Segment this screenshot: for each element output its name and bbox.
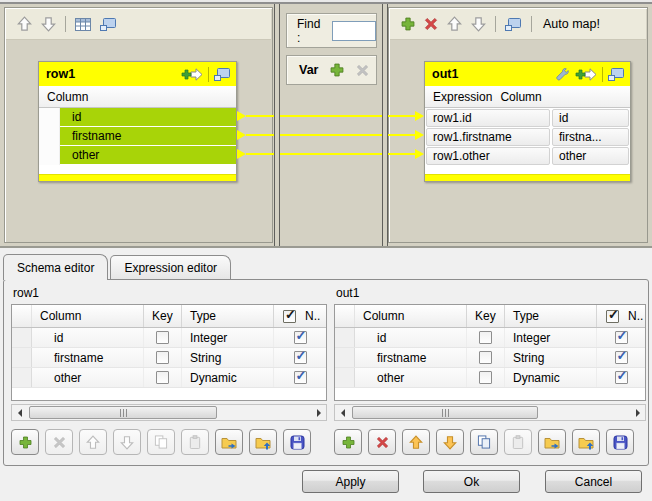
row-handle[interactable] — [335, 328, 355, 347]
input-row-label[interactable]: other — [60, 146, 236, 164]
input-row-label[interactable]: id — [60, 108, 236, 126]
link-arrowhead — [415, 111, 424, 121]
mapping-link-firstname[interactable] — [246, 134, 416, 136]
nullable-checkbox[interactable] — [294, 371, 307, 384]
key-checkbox[interactable] — [156, 351, 169, 364]
export-schema-button[interactable] — [249, 429, 277, 455]
key-checkbox[interactable] — [479, 331, 492, 344]
mapping-link-id[interactable] — [246, 115, 416, 117]
key-checkbox[interactable] — [479, 371, 492, 384]
column-cell[interactable]: other — [355, 368, 467, 387]
key-checkbox[interactable] — [479, 351, 492, 364]
move-down-button[interactable] — [41, 16, 56, 32]
nullable-all-checkbox[interactable] — [606, 310, 619, 323]
row-handle[interactable] — [335, 368, 355, 387]
input-row-label[interactable]: firstname — [60, 127, 236, 145]
move-down-button[interactable] — [436, 429, 464, 455]
move-up-button[interactable] — [402, 429, 430, 455]
remove-var-button[interactable] — [356, 64, 369, 77]
copy-icon — [154, 435, 168, 449]
remove-output-button[interactable] — [424, 17, 438, 31]
nullable-header-label: N.. — [305, 309, 320, 323]
input-row-id[interactable]: id — [39, 108, 236, 127]
mapping-link-other[interactable] — [246, 153, 416, 155]
add-var-button[interactable] — [330, 63, 344, 77]
tab-schema-editor[interactable]: Schema editor — [3, 254, 108, 280]
ok-button[interactable]: Ok — [423, 470, 520, 493]
expression-cell[interactable]: row1.other — [426, 147, 550, 165]
nullable-checkbox[interactable] — [615, 351, 628, 364]
horizontal-scrollbar[interactable] — [11, 404, 327, 421]
import-schema-button[interactable] — [215, 429, 243, 455]
export-schema-button[interactable] — [572, 429, 600, 455]
move-up-button[interactable] — [17, 16, 32, 32]
scroll-right-arrow[interactable] — [630, 405, 645, 420]
nullable-checkbox[interactable] — [294, 351, 307, 364]
scroll-right-arrow[interactable] — [311, 405, 326, 420]
add-entry-button[interactable] — [181, 67, 203, 82]
column-cell[interactable]: firstna... — [552, 128, 629, 146]
scroll-left-arrow[interactable] — [12, 405, 27, 420]
input-row-firstname[interactable]: firstname — [39, 127, 236, 146]
expression-cell[interactable]: row1.id — [426, 109, 550, 127]
splitter-handle[interactable] — [274, 4, 280, 246]
type-cell[interactable]: Integer — [505, 328, 597, 347]
splitter-handle[interactable] — [382, 4, 388, 246]
input-row-other[interactable]: other — [39, 146, 236, 165]
column-cell[interactable]: id — [32, 328, 144, 347]
scrollbar-thumb[interactable] — [352, 406, 538, 419]
window-icon — [505, 17, 522, 31]
import-schema-button[interactable] — [538, 429, 566, 455]
save-schema-button[interactable] — [283, 429, 311, 455]
save-schema-button[interactable] — [606, 429, 634, 455]
horizontal-scrollbar[interactable] — [334, 404, 646, 421]
schema-row-id: id Integer — [12, 328, 326, 348]
nullable-all-checkbox[interactable] — [283, 310, 296, 323]
row-handle[interactable] — [12, 348, 32, 367]
add-column-button[interactable] — [11, 429, 39, 455]
key-checkbox[interactable] — [156, 371, 169, 384]
expression-cell[interactable]: row1.firstname — [426, 128, 550, 146]
column-cell[interactable]: id — [355, 328, 467, 347]
row-handle[interactable] — [335, 348, 355, 367]
move-up-button[interactable] — [447, 16, 462, 32]
toolbar-separator — [531, 16, 532, 32]
tab-expression-editor[interactable]: Expression editor — [110, 255, 231, 279]
scroll-left-arrow[interactable] — [335, 405, 350, 420]
nullable-checkbox[interactable] — [615, 331, 628, 344]
scrollbar-thumb[interactable] — [29, 406, 217, 419]
minimize-table-button[interactable] — [608, 67, 625, 81]
type-cell[interactable]: Dynamic — [505, 368, 597, 387]
copy-button[interactable] — [470, 429, 498, 455]
column-cell[interactable]: id — [552, 109, 629, 127]
type-cell[interactable]: String — [505, 348, 597, 367]
remove-column-button[interactable] — [368, 429, 396, 455]
type-cell[interactable]: Integer — [182, 328, 274, 347]
move-down-button[interactable] — [471, 16, 486, 32]
add-output-button[interactable] — [401, 17, 415, 31]
column-cell[interactable]: other — [552, 147, 629, 165]
nullable-checkbox[interactable] — [615, 371, 628, 384]
settings-wrench-button[interactable] — [555, 67, 570, 82]
row-handle[interactable] — [12, 328, 32, 347]
cancel-button[interactable]: Cancel — [545, 470, 642, 493]
column-cell[interactable]: firstname — [355, 348, 467, 367]
apply-button[interactable]: Apply — [302, 470, 399, 493]
find-input[interactable] — [332, 21, 376, 41]
plus-icon — [19, 436, 32, 449]
nullable-checkbox[interactable] — [294, 331, 307, 344]
add-column-button[interactable] — [334, 429, 362, 455]
column-cell[interactable]: other — [32, 368, 144, 387]
key-checkbox[interactable] — [156, 331, 169, 344]
minimize-table-button[interactable] — [214, 67, 231, 81]
type-cell[interactable]: Dynamic — [182, 368, 274, 387]
table-view-button[interactable] — [75, 18, 91, 31]
minimize-window-button[interactable] — [505, 17, 522, 31]
automap-button[interactable]: Auto map! — [541, 17, 600, 31]
column-cell[interactable]: firstname — [32, 348, 144, 367]
add-entry-button[interactable] — [575, 67, 597, 82]
row-handle[interactable] — [12, 368, 32, 387]
minimize-window-button[interactable] — [100, 17, 117, 31]
key-cell — [144, 368, 182, 387]
type-cell[interactable]: String — [182, 348, 274, 367]
